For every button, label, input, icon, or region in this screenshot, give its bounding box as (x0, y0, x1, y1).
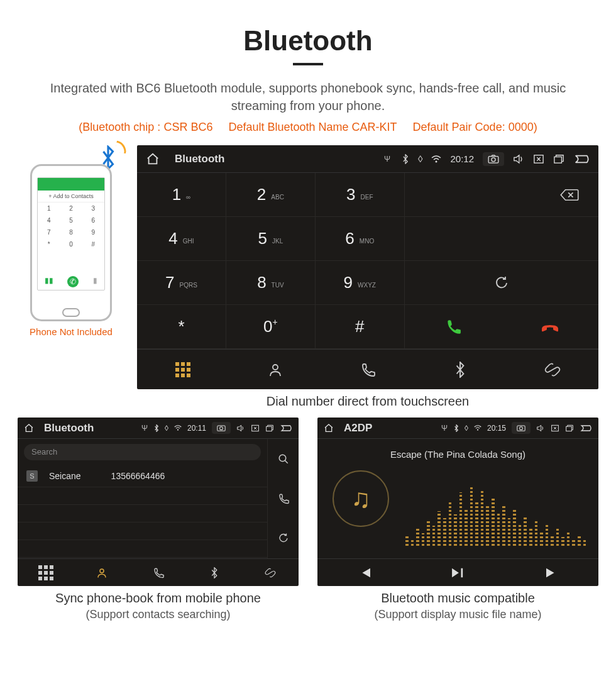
status-title: A2DP (344, 422, 372, 434)
tab-link[interactable] (506, 350, 598, 389)
prev-track-button[interactable] (317, 559, 411, 586)
usb-icon: Ψ (384, 155, 390, 163)
svg-point-6 (177, 429, 179, 430)
dial-icon[interactable] (268, 479, 299, 518)
next-track-button[interactable] (505, 559, 598, 586)
contact-number: 13566664466 (111, 471, 165, 481)
refresh-button[interactable] (405, 261, 598, 305)
svg-point-12 (100, 569, 104, 573)
svg-point-11 (279, 455, 286, 462)
key-3[interactable]: 3DEF (316, 173, 405, 217)
svg-rect-17 (566, 426, 572, 431)
contact-badge: S (26, 470, 38, 482)
svg-rect-4 (554, 157, 562, 163)
phone-mockup: + Add to Contacts 123 456 789 *0# ▮▮ ✆ ▮ (30, 164, 112, 321)
close-app-icon[interactable] (251, 424, 260, 432)
camera-icon[interactable] (483, 152, 504, 166)
a2dp-caption: Bluetooth music compatible (317, 591, 598, 606)
close-app-icon[interactable] (533, 154, 544, 164)
svg-point-0 (436, 160, 437, 162)
play-pause-button[interactable] (411, 559, 505, 586)
phonebook-panel: Bluetooth Ψ ◊ 20:11 (18, 418, 299, 586)
svg-rect-10 (267, 426, 272, 431)
usb-icon: Ψ (441, 424, 448, 433)
wifi-icon (431, 155, 441, 163)
svg-point-2 (492, 157, 495, 161)
key-7[interactable]: 7PQRS (137, 261, 226, 305)
back-icon[interactable] (580, 424, 592, 432)
specs-line: (Bluetooth chip : CSR BC6 Default Blueto… (18, 121, 598, 134)
key-*[interactable]: * (137, 305, 226, 349)
volume-icon[interactable] (236, 424, 245, 432)
dialer-caption: Dial number direct from touchscreen (137, 394, 598, 409)
status-title: Bluetooth (44, 422, 94, 434)
tab-bluetooth[interactable] (186, 559, 242, 586)
svg-point-8 (220, 427, 223, 430)
tab-contacts[interactable] (74, 559, 129, 586)
contact-row[interactable]: S Seicane 13566664466 (18, 465, 267, 487)
camera-icon[interactable] (512, 422, 531, 434)
key-9[interactable]: 9WXYZ (316, 261, 405, 305)
svg-point-5 (273, 365, 278, 370)
key-1[interactable]: 1∞ (137, 173, 226, 217)
home-icon[interactable] (324, 423, 334, 433)
tab-contacts[interactable] (229, 350, 322, 389)
bluetooth-status-icon (154, 424, 159, 432)
svg-point-15 (520, 427, 523, 430)
phonebook-caption: Sync phone-book from mobile phone (18, 591, 299, 606)
wifi-icon (474, 425, 481, 431)
sync-icon[interactable] (268, 519, 299, 558)
bluetooth-status-icon (454, 424, 459, 432)
search-icon[interactable] (268, 439, 299, 479)
key-4[interactable]: 4GHI (137, 217, 226, 261)
tab-bluetooth[interactable] (414, 350, 506, 389)
back-icon[interactable] (573, 154, 590, 164)
location-icon: ◊ (418, 153, 422, 164)
tab-keypad[interactable] (137, 350, 229, 389)
phone-note: Phone Not Included (18, 326, 124, 337)
backspace-button[interactable] (405, 173, 598, 217)
recent-apps-icon[interactable] (265, 424, 274, 432)
key-8[interactable]: 8TUV (226, 261, 316, 305)
key-5[interactable]: 5JKL (226, 217, 316, 261)
empty-cell (405, 217, 598, 261)
recent-apps-icon[interactable] (565, 424, 574, 432)
search-input[interactable]: Search (24, 444, 261, 460)
home-icon[interactable] (146, 152, 160, 166)
bluetooth-status-icon (402, 154, 409, 164)
tab-recents[interactable] (130, 559, 186, 586)
location-icon: ◊ (465, 424, 468, 433)
key-2[interactable]: 2ABC (226, 173, 316, 217)
tab-link[interactable] (243, 559, 299, 586)
contact-name: Seicane (49, 471, 81, 481)
key-#[interactable]: # (316, 305, 405, 349)
wifi-icon (174, 425, 182, 431)
volume-icon[interactable] (513, 154, 524, 164)
a2dp-subcaption: (Support display music file name) (317, 608, 598, 621)
back-icon[interactable] (280, 424, 292, 432)
clock-time: 20:12 (450, 153, 474, 164)
key-6[interactable]: 6MNO (316, 217, 405, 261)
key-0[interactable]: 0+ (226, 305, 316, 349)
title-underline (293, 63, 323, 65)
tab-recents[interactable] (322, 350, 414, 389)
home-icon[interactable] (24, 423, 34, 433)
tab-keypad[interactable] (18, 559, 74, 586)
equalizer-visual (405, 483, 586, 546)
location-icon: ◊ (165, 424, 168, 433)
album-art: ♫ (333, 470, 389, 527)
close-app-icon[interactable] (551, 424, 559, 432)
recent-apps-icon[interactable] (553, 154, 564, 164)
volume-icon[interactable] (536, 424, 545, 432)
call-button[interactable] (405, 319, 502, 335)
clock-time: 20:15 (487, 424, 506, 433)
camera-icon[interactable] (212, 422, 231, 434)
usb-icon: Ψ (141, 424, 148, 433)
dialer-headunit: Bluetooth Ψ ◊ 20:12 (137, 145, 598, 389)
phonebook-subcaption: (Support contacts searching) (18, 608, 299, 621)
track-title: Escape (The Pina Colada Song) (330, 449, 586, 460)
svg-point-13 (477, 429, 478, 430)
clock-time: 20:11 (187, 424, 206, 433)
hangup-button[interactable] (502, 321, 598, 333)
page-title: Bluetooth (18, 25, 598, 57)
